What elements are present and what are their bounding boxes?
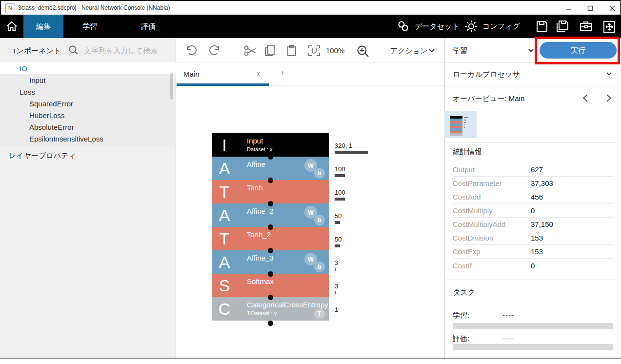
search-input[interactable] (83, 46, 170, 55)
tree-item-huberloss[interactable]: HuberLoss (0, 109, 176, 121)
save-as-button[interactable] (556, 20, 569, 33)
node-softmax[interactable]: S Softmax (212, 274, 329, 297)
window-title: 3class_demo2.sdcproj - Neural Network Co… (18, 4, 170, 11)
tree-item-io[interactable]: IO (0, 62, 176, 74)
task-title: タスク (453, 288, 475, 297)
connector-dot[interactable] (268, 248, 273, 253)
stat-row: CostIf0 (453, 259, 614, 272)
node-letter: C (212, 297, 237, 321)
node-letter: A (212, 157, 237, 180)
copy-button[interactable] (263, 44, 276, 57)
close-button[interactable] (601, 1, 621, 16)
connector-dot[interactable] (268, 271, 273, 277)
home-button[interactable] (0, 15, 23, 38)
component-tree: IO Input Loss SquaredError HuberLoss Abs… (0, 62, 176, 145)
overview-prev-button[interactable] (581, 94, 589, 102)
save-button[interactable] (536, 20, 548, 33)
node-size: 100 (335, 189, 345, 201)
bias-badge: b (314, 215, 325, 225)
node-tanh[interactable]: T Tanh (212, 180, 329, 203)
toolbox-icon (580, 20, 592, 32)
processor-dropdown[interactable]: ローカルプロセッサ (453, 70, 520, 79)
node-subtitle: T.Dataset : y (247, 310, 277, 316)
node-input[interactable]: I Input Dataset : x (212, 133, 329, 157)
config-button[interactable]: コンフィグ (464, 15, 520, 38)
zoom-in-button[interactable] (356, 44, 369, 57)
node-affine-3[interactable]: A Affine_3 W b (212, 250, 329, 274)
node-name: Tanh (247, 183, 263, 192)
undo-button[interactable] (184, 44, 197, 57)
tab-training[interactable]: 学習 (63, 15, 116, 38)
run-mode-dropdown[interactable]: 学習 (453, 46, 467, 56)
stat-row: CostExp153 (453, 245, 614, 259)
node-tanh-2[interactable]: T Tanh_2 (212, 227, 329, 250)
component-search[interactable] (68, 43, 171, 58)
tab-main[interactable]: Main (183, 70, 200, 78)
tab-evaluation-label: 評価 (141, 22, 156, 31)
tree-scrollbar[interactable] (170, 73, 173, 100)
node-categoricalcrossentropy[interactable]: C CategoricalCrossEntropy T.Dataset : y … (212, 297, 329, 321)
unit-select-button[interactable] (307, 44, 320, 57)
dataset-button[interactable]: データセット (397, 15, 460, 38)
bias-badge: b (314, 168, 325, 179)
fit-window-button[interactable] (603, 20, 616, 33)
tab-evaluation[interactable]: 評価 (116, 15, 180, 38)
tab-edit[interactable]: 編集 (23, 15, 63, 38)
overview-thumbnail[interactable] (444, 111, 477, 138)
connector-dot[interactable] (268, 178, 273, 183)
config-label: コンフィグ (482, 22, 520, 31)
overview-next-button[interactable] (605, 94, 613, 102)
node-size: 50 (335, 236, 341, 247)
maximize-button[interactable] (580, 1, 601, 16)
job-monitor-button[interactable] (580, 20, 592, 32)
link-icon (397, 20, 410, 33)
connector-dot[interactable] (268, 201, 273, 206)
node-affine[interactable]: A Affine W b (212, 157, 329, 180)
node-letter: T (212, 180, 237, 203)
task-training-row: 学習:---- (453, 311, 614, 320)
tab-add-button[interactable]: + (280, 69, 284, 78)
training-progress-bar (453, 323, 613, 329)
search-icon (68, 45, 79, 56)
node-name: Input (247, 137, 263, 145)
connector-dot[interactable] (268, 295, 273, 300)
chevron-down-icon[interactable] (428, 48, 435, 53)
node-affine-2[interactable]: A Affine_2 W b (212, 203, 329, 227)
panel-scrollbar[interactable] (617, 38, 621, 358)
paste-button[interactable] (285, 44, 298, 57)
connector-dot[interactable] (268, 321, 273, 326)
home-icon (5, 20, 18, 33)
tree-item-input[interactable]: Input (0, 74, 176, 86)
action-dropdown[interactable]: アクション (390, 46, 428, 56)
task-evaluation-row: 評価:---- (453, 334, 614, 344)
node-size: 50 (335, 213, 341, 224)
target-badge: T (314, 308, 325, 319)
dataset-label: データセット (415, 22, 460, 31)
node-size: 320, 1 (335, 142, 368, 154)
tree-item-loss[interactable]: Loss (0, 86, 176, 98)
node-name: Affine (247, 160, 265, 168)
connector-dot[interactable] (268, 224, 273, 230)
node-subtitle: Dataset : x (247, 146, 273, 152)
chevron-down-icon[interactable] (606, 72, 612, 76)
node-size: 3 (335, 260, 338, 271)
minimize-button[interactable] (558, 1, 579, 16)
cut-button[interactable] (244, 44, 257, 57)
tree-item-absoluteerror[interactable]: AbsoluteError (0, 121, 176, 133)
save-all-icon (556, 20, 569, 33)
fit-window-icon (603, 20, 616, 33)
stat-row: CostMultiply0 (453, 204, 614, 218)
chevron-down-icon[interactable] (528, 48, 534, 53)
tab-training-label: 学習 (82, 22, 97, 31)
stat-row: Output627 (453, 163, 614, 177)
evaluation-progress-bar (453, 344, 613, 350)
divider (445, 142, 617, 143)
node-name: CategoricalCrossEntropy (247, 301, 328, 309)
editor-tab-bar (177, 62, 444, 86)
connector-dot[interactable] (268, 154, 273, 160)
redo-button[interactable] (209, 44, 221, 57)
divider (0, 145, 176, 145)
tree-item-epsiloninsensitiveloss[interactable]: EpsilonInsensitiveLoss (0, 133, 176, 144)
tab-close-button[interactable]: x (257, 70, 260, 78)
tree-item-squarederror[interactable]: SquaredError (0, 98, 176, 109)
